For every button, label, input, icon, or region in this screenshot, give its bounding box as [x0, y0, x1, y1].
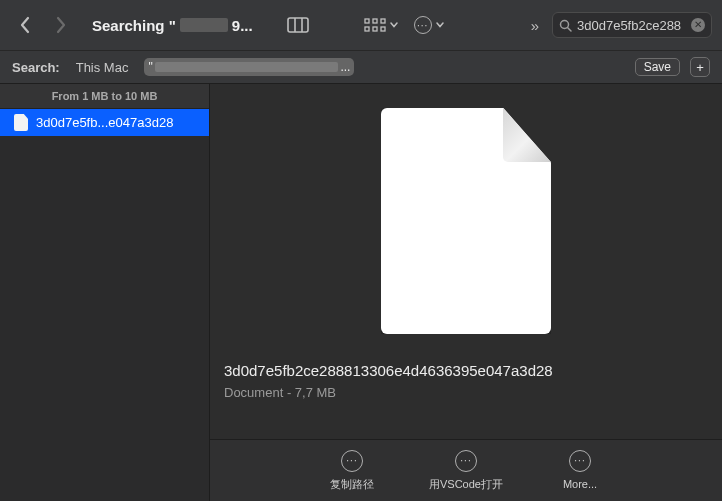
add-criteria-button[interactable]: +	[690, 57, 710, 77]
svg-rect-6	[365, 27, 369, 31]
grid-icon	[364, 18, 386, 32]
file-name: 3d0d7e5fb2ce288813306e4d4636395e047a3d28	[224, 362, 708, 379]
title-redacted	[180, 18, 228, 32]
results-list: From 1 MB to 10 MB 3d0d7e5fb...e047a3d28	[0, 84, 210, 501]
action-label: More...	[563, 478, 597, 491]
quick-actions-bar: ··· 复制路径 ··· 用VSCode打开 ··· More...	[210, 439, 722, 501]
ellipsis-circle-icon: ···	[341, 450, 363, 472]
search-icon	[559, 19, 572, 32]
file-kind: Document	[224, 385, 283, 400]
scope-this-mac[interactable]: This Mac	[70, 57, 135, 78]
file-info: 3d0d7e5fb2ce288813306e4d4636395e047a3d28…	[210, 334, 722, 400]
svg-line-10	[568, 27, 572, 31]
file-preview-icon	[381, 108, 551, 334]
action-menu-button[interactable]: ···	[409, 11, 449, 39]
search-scope-bar: Search: This Mac " ... Save +	[0, 50, 722, 84]
search-field[interactable]: 3d0d7e5fb2ce288 ✕	[552, 12, 712, 38]
chevron-left-icon	[19, 16, 31, 34]
ellipsis-circle-icon: ···	[414, 16, 432, 34]
chevron-down-icon	[390, 22, 398, 28]
action-label: 用VSCode打开	[429, 478, 503, 491]
result-filename: 3d0d7e5fb...e047a3d28	[36, 115, 173, 130]
title-prefix: Searching "	[92, 17, 176, 34]
svg-rect-7	[373, 27, 377, 31]
svg-rect-3	[365, 19, 369, 23]
file-size: 7,7 MB	[295, 385, 336, 400]
column-view-button[interactable]	[283, 11, 313, 39]
file-meta: Document - 7,7 MB	[224, 385, 708, 400]
svg-rect-0	[288, 18, 308, 32]
scope-label: Search:	[12, 60, 60, 75]
toolbar: Searching " 9... ··· » 3d0d7e5fb2ce288 ✕	[0, 0, 722, 50]
action-open-vscode[interactable]: ··· 用VSCode打开	[427, 450, 505, 491]
action-more[interactable]: ··· More...	[541, 450, 619, 491]
chevron-right-icon	[55, 16, 67, 34]
preview-pane: 3d0d7e5fb2ce288813306e4d4636395e047a3d28…	[210, 84, 722, 501]
ellipsis-circle-icon: ···	[569, 450, 591, 472]
svg-rect-5	[381, 19, 385, 23]
scope-path-redacted	[155, 62, 339, 72]
action-copy-path[interactable]: ··· 复制路径	[313, 450, 391, 491]
window-title: Searching " 9...	[82, 17, 263, 34]
search-text: 3d0d7e5fb2ce288	[577, 18, 686, 33]
back-button[interactable]	[10, 11, 40, 39]
save-search-button[interactable]: Save	[635, 58, 680, 76]
title-suffix: 9...	[232, 17, 253, 34]
main-area: From 1 MB to 10 MB 3d0d7e5fb...e047a3d28…	[0, 84, 722, 501]
columns-icon	[287, 17, 309, 33]
svg-rect-4	[373, 19, 377, 23]
toolbar-overflow[interactable]: »	[524, 11, 546, 39]
clear-search-button[interactable]: ✕	[691, 18, 705, 32]
chevron-down-icon	[436, 22, 444, 28]
svg-rect-8	[381, 27, 385, 31]
group-by-button[interactable]	[359, 11, 403, 39]
forward-button[interactable]	[46, 11, 76, 39]
scope-current-folder[interactable]: " ...	[144, 58, 354, 76]
result-row[interactable]: 3d0d7e5fb...e047a3d28	[0, 109, 209, 136]
document-icon	[14, 114, 28, 131]
preview-content: 3d0d7e5fb2ce288813306e4d4636395e047a3d28…	[210, 84, 722, 439]
filter-summary[interactable]: From 1 MB to 10 MB	[0, 84, 209, 109]
action-label: 复制路径	[330, 478, 374, 491]
ellipsis-circle-icon: ···	[455, 450, 477, 472]
